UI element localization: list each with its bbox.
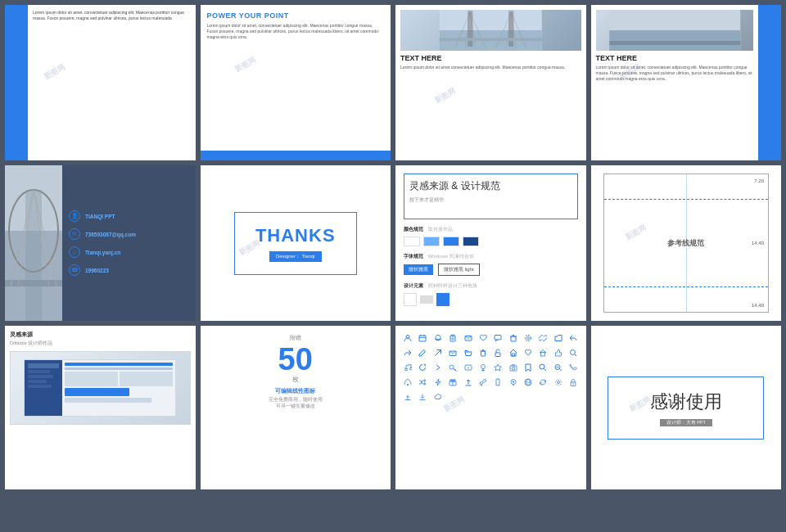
contact-website-row: ⌂ Tianqi.yanj.cn [69,246,189,258]
contact-email: 736593087@qq.com [85,232,136,237]
icon-open-folder [463,347,474,358]
icon-home2 [537,347,549,358]
card-design-specs: 灵感来源 & 设计规范 按下来才是精华 颜色规范 取自原作品 字体规范 [395,165,586,321]
color-swatch-light-blue [423,237,440,246]
card-inspiration: 灵感来源 Dribbble 设计师作品 [5,326,196,489]
icon-search2 [537,362,549,373]
svg-rect-11 [508,11,513,47]
font-section: 字体规范 Windows 乳液结合你 微软雅黑 微软雅黑 light [404,253,578,276]
svg-rect-6 [468,11,472,47]
icon-search3 [553,362,564,373]
svg-point-65 [540,364,544,369]
phone-icon: ☎ [69,264,80,276]
icon-lock-open [492,347,504,358]
svg-rect-14 [609,30,740,51]
icon-lock [567,376,579,388]
contact-email-row: ✉ 736593087@qq.com [69,228,189,240]
icon-trash [508,332,519,344]
icon-heart [477,332,489,344]
svg-line-66 [544,369,547,372]
r2c3-subtitle: 按下来才是精华 [409,196,572,204]
icon-pin [508,376,519,388]
icon-light [477,362,489,373]
icon-signal [402,376,413,388]
icon-thumbsup [553,347,564,358]
svg-point-58 [468,367,469,369]
thanks-box: THANKS Designer： Tianqi [234,212,357,275]
icon-star [492,362,504,373]
ref-num-mid: 14.40 [752,241,764,246]
svg-line-42 [435,350,440,356]
card-thankyou: 感谢使用 设计师：大奇 PPT 新图网 [591,326,782,489]
icons-subdesc1: 完全免费商用，随时使用 [209,397,383,404]
svg-rect-26 [419,336,426,341]
icon-home [508,347,519,358]
icon-share [402,347,413,358]
contact-phone-row: ☎ 19960223 [69,264,189,276]
icon-cloud [432,391,444,403]
color-swatch-white [404,237,420,246]
icon-search [567,347,579,358]
font-tag-regular: 微软雅黑 [404,264,433,275]
icon-refresh [417,362,428,373]
svg-point-40 [527,337,530,340]
color-label: 颜色规范 取自原作品 [404,226,578,233]
ref-num-bot: 14.40 [752,303,764,308]
svg-point-81 [513,381,514,383]
icon-grid [402,332,580,403]
r2c3-title: 灵感来源 & 设计规范 [409,179,572,193]
svg-rect-37 [511,336,516,341]
icon-gift [447,376,458,388]
card-r1c1: Lorem ipsum dolor sit amet, consectetuer… [5,5,196,160]
icon-bell [432,332,444,344]
icon-shuffle [417,376,428,388]
card-icons-count: 附赠 50 枚 可编辑线性图标 完全免费商用，随时使用 可寻一键矢量修改 [201,326,391,489]
elem-blue [436,293,449,306]
font-tags: 微软雅黑 微软雅黑 light [404,264,578,276]
svg-rect-47 [495,353,500,357]
svg-rect-36 [495,336,501,340]
card-r1c4: TEXT HERE Lorem ipsum dolor sit amet, co… [591,5,782,160]
thanks-title: THANKS [255,225,336,246]
icon-upload2 [402,391,413,403]
svg-point-70 [407,384,409,385]
icon-arrow-right [432,362,444,373]
thankyou-sub: 设计师：大奇 PPT [660,419,712,426]
main-grid: Lorem ipsum dolor sit amet, consectetuer… [0,0,786,532]
r1c2-body: Lorem ipsum dolor sit amet, consectetuer… [207,23,385,40]
icon-mailbox [447,347,458,358]
screen-main [62,360,175,416]
icon-heart2 [522,347,534,358]
user-icon: 👤 [69,210,80,222]
icon-link [537,332,549,344]
icon-edit [417,347,428,358]
svg-line-51 [575,354,576,356]
r3c1-screenshot [10,351,191,425]
icon-notification [463,362,474,373]
icon-phone [567,362,579,373]
contact-name: TIANQI PPT [85,214,115,219]
svg-point-41 [526,336,531,341]
elem-white [404,293,417,306]
card-r1c2: POWER YOUR POINT Lorem ipsum dolor sit a… [201,5,391,160]
home-icon: ⌂ [69,246,80,258]
contact-info: 👤 TIANQI PPT ✉ 736593087@qq.com ⌂ Tianqi… [62,165,196,321]
thankyou-title: 感谢使用 [633,390,739,414]
screen-sidebar [25,360,62,416]
svg-rect-19 [25,190,42,321]
svg-line-68 [559,369,562,371]
svg-rect-12 [440,38,542,41]
color-swatches [404,237,578,246]
thankyou-box: 感谢使用 设计师：大奇 PPT [608,376,764,440]
icon-globe [522,376,534,388]
color-swatch-blue [443,237,459,246]
r1c4-blue-bar [758,5,781,160]
thanks-designer: Designer： Tianqi [269,251,322,262]
icon-plane [477,376,489,388]
icon-repeat [537,376,549,388]
icon-music [402,362,413,373]
card-icon-grid: 新图网 [395,326,586,489]
contact-name-row: 👤 TIANQI PPT [69,210,189,222]
color-section: 颜色规范 取自原作品 [404,226,578,246]
contact-website: Tianqi.yanj.cn [85,250,120,255]
